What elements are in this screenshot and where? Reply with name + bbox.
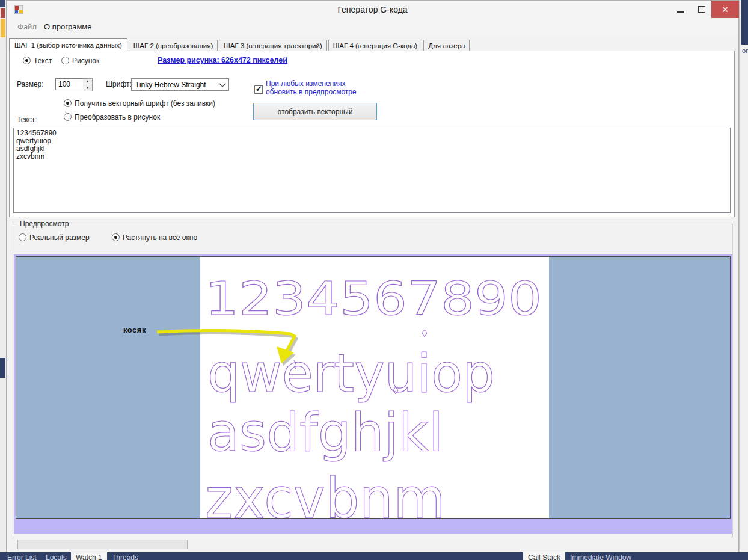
radio-stretch-label: Растянуть на всё окно — [123, 233, 197, 242]
menu-bar: Файл О программе — [7, 19, 738, 35]
preview-canvas: 1234567890 qwertyuiop asdfghjkl zxcvbnm — [200, 257, 549, 519]
close-button[interactable]: ✕ — [711, 1, 739, 18]
background-fragment — [0, 358, 5, 378]
size-spinner[interactable]: ▲ ▼ — [83, 78, 93, 91]
window-title: Генератор G-кода — [7, 5, 738, 14]
app-window: Генератор G-кода ✕ Файл О программе ШАГ … — [6, 0, 739, 552]
background-fragment — [1, 19, 5, 37]
radio-real-size[interactable] — [19, 233, 26, 241]
font-select[interactable]: Tinky Hebrew Straight — [131, 78, 229, 91]
tab-strip: ШАГ 1 (выбор источника данных) ШАГ 2 (пр… — [9, 37, 471, 51]
vector-text-row: zxcvbnm — [205, 467, 446, 519]
panel-tab-threads[interactable]: Threads — [112, 553, 138, 560]
maximize-icon — [698, 6, 705, 13]
text-input[interactable]: 1234567890 qwertyuiop asdfghjkl zxcvbnm — [13, 128, 731, 213]
size-label: Размер: — [17, 80, 44, 88]
size-input[interactable] — [55, 78, 84, 90]
panel-tab-locals[interactable]: Locals — [46, 553, 67, 560]
menu-item-file[interactable]: Файл — [17, 22, 37, 31]
progress-bar — [17, 540, 188, 549]
radio-source-image-label: Рисунок — [72, 57, 99, 65]
radio-real-size-label: Реальный размер — [29, 233, 90, 242]
tab-page-step1: Текст Рисунок Размер рисунка: 626x472 пи… — [9, 51, 735, 217]
panel-tab-watch1[interactable]: Watch 1 — [71, 552, 107, 560]
glyph-artifact-diamond — [422, 330, 427, 337]
auto-update-checkbox[interactable] — [254, 85, 263, 94]
preview-picture-box: 1234567890 qwertyuiop asdfghjkl zxcvbnm — [16, 256, 731, 519]
radio-vector-font-label: Получить векторный шрифт (без заливки) — [75, 99, 215, 108]
chevron-down-icon — [219, 80, 225, 87]
menu-item-about[interactable]: О программе — [44, 22, 92, 31]
render-vector-button[interactable]: отобразить векторный — [253, 103, 377, 120]
title-bar[interactable]: Генератор G-кода ✕ — [7, 1, 738, 19]
radio-source-text[interactable] — [23, 57, 31, 64]
radio-source-text-label: Текст — [34, 57, 52, 65]
minimize-button[interactable] — [669, 1, 691, 18]
preview-panel: 1234567890 qwertyuiop asdfghjkl zxcvbnm — [14, 254, 732, 534]
tab-step1[interactable]: ШАГ 1 (выбор источника данных) — [9, 38, 127, 52]
radio-stretch[interactable] — [112, 233, 120, 241]
minimize-icon — [677, 11, 684, 13]
tab-step4[interactable]: ШАГ 4 (генерация G-кода) — [328, 40, 422, 51]
background-fragment — [1, 8, 5, 18]
annotation-arrow-icon — [151, 321, 307, 372]
background-app-right-edge: on — [739, 0, 748, 552]
radio-convert-image-label: Преобразовать в рисунок — [75, 113, 160, 122]
screen: on Генератор G-кода ✕ Файл О программе Ш… — [0, 0, 748, 560]
render-vector-button-label: отобразить векторный — [278, 108, 353, 116]
close-icon: ✕ — [722, 5, 729, 14]
font-select-value: Tinky Hebrew Straight — [135, 81, 206, 89]
spinner-down-icon[interactable]: ▼ — [83, 85, 92, 91]
tab-step2[interactable]: ШАГ 2 (преобразования) — [129, 40, 218, 51]
preview-rendered-image: 1234567890 qwertyuiop asdfghjkl zxcvbnm — [200, 257, 549, 519]
text-label: Текст: — [17, 115, 37, 124]
background-fragment — [0, 0, 5, 7]
radio-vector-font[interactable] — [64, 99, 72, 107]
vector-text-row: asdfghjkl — [207, 401, 443, 463]
image-size-link[interactable]: Размер рисунка: 626x472 пикселей — [158, 56, 287, 64]
annotation-label: косяк — [123, 325, 146, 334]
vector-text-row: 1234567890 — [205, 272, 542, 325]
radio-convert-image[interactable] — [64, 113, 72, 121]
background-fragment — [741, 0, 748, 45]
panel-tab-error-list[interactable]: Error List — [7, 553, 37, 560]
tab-step3[interactable]: ШАГ 3 (генерация траекторий) — [219, 40, 327, 51]
background-text-fragment: on — [742, 47, 748, 54]
font-label: Шрифт: — [106, 80, 132, 88]
background-panel-tab-bar: Error List Locals Watch 1 Threads Call S… — [0, 552, 748, 560]
auto-update-label-line1: При любых изменениях — [266, 79, 345, 88]
spinner-up-icon[interactable]: ▲ — [83, 79, 92, 85]
tab-laser[interactable]: Для лазера — [423, 40, 470, 51]
auto-update-label-line2: обновить в предпросмотре — [266, 88, 357, 96]
panel-tab-call-stack[interactable]: Call Stack — [523, 552, 565, 560]
maximize-button[interactable] — [691, 1, 713, 18]
preview-group-label: Предпросмотр — [17, 220, 71, 228]
panel-tab-immediate-window[interactable]: Immediate Window — [570, 553, 631, 560]
radio-source-image[interactable] — [61, 57, 69, 64]
